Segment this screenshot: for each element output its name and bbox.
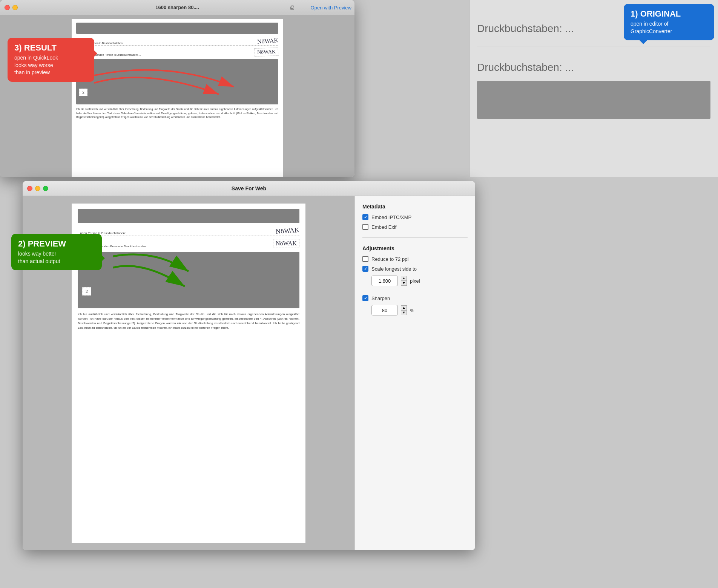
reduce-ppi-row: Reduce to 72 ppi bbox=[362, 256, 468, 262]
red-arrow-svg bbox=[91, 57, 249, 102]
embed-exif-label: Embed Exif bbox=[371, 224, 396, 230]
scale-unit-label: pixel bbox=[410, 278, 420, 284]
sfw-sig-area-1: ...nden Person in Druckbuchstaben: ... N… bbox=[78, 227, 299, 235]
reduce-ppi-checkbox[interactable] bbox=[362, 256, 368, 262]
scale-down-button[interactable]: ▼ bbox=[401, 281, 407, 286]
embed-exif-checkbox[interactable] bbox=[362, 224, 368, 230]
sharpen-stepper[interactable]: ▲ ▼ bbox=[401, 305, 407, 315]
sfw-dotted-1 bbox=[78, 236, 299, 236]
callout-result-body: open in QuickLooklooks way worsethan in … bbox=[14, 54, 87, 77]
scale-stepper[interactable]: ▲ ▼ bbox=[401, 276, 407, 286]
callout-preview-body: looks way betterthan actual output bbox=[18, 250, 95, 265]
sfw-header-bar bbox=[78, 209, 299, 223]
sfw-minimize-button[interactable] bbox=[35, 186, 40, 191]
sharpen-down-button[interactable]: ▼ bbox=[401, 310, 407, 315]
sharpen-checkbox[interactable] bbox=[362, 295, 368, 301]
sfw-num-2: 2 bbox=[82, 287, 91, 296]
sfw-fullscreen-button[interactable] bbox=[43, 186, 48, 191]
right-separator-1 bbox=[477, 46, 710, 46]
reduce-ppi-label: Reduce to 72 ppi bbox=[371, 256, 408, 262]
scale-value-row: 1.600 ▲ ▼ pixel bbox=[362, 276, 468, 286]
sharpen-value-input[interactable]: 80 bbox=[371, 305, 398, 315]
sfw-signature-2: NöWAK bbox=[273, 239, 299, 248]
doc-header-bar bbox=[76, 23, 278, 34]
signature-2: NöWAK bbox=[255, 47, 279, 57]
embed-iptc-label: Embed IPTC/XMP bbox=[371, 214, 411, 220]
scale-value-input[interactable]: 1.600 bbox=[371, 276, 398, 286]
callout-result: 3) RESULT open in QuickLooklooks way wor… bbox=[8, 38, 94, 82]
dotted-line-1 bbox=[76, 45, 278, 46]
spacer bbox=[362, 289, 468, 295]
sfw-sidebar: Metadata Embed IPTC/XMP Embed Exif Adjus… bbox=[354, 196, 475, 550]
scale-longest-row: Scale longest side to bbox=[362, 266, 468, 272]
scale-longest-checkbox[interactable] bbox=[362, 266, 368, 272]
callout-preview-title: 2) PREVIEW bbox=[18, 239, 95, 249]
embed-iptc-row: Embed IPTC/XMP bbox=[362, 214, 468, 220]
open-with-preview-button[interactable]: Open with Preview bbox=[311, 5, 351, 10]
sharpen-unit-label: % bbox=[410, 308, 414, 313]
embed-exif-row: Embed Exif bbox=[362, 224, 468, 230]
callout-original-body: open in editor ofGraphicConverter bbox=[631, 20, 707, 35]
sfw-gray-block: 1 2 bbox=[78, 252, 299, 308]
minimize-button[interactable] bbox=[12, 5, 18, 10]
callout-result-title: 3) RESULT bbox=[14, 43, 87, 53]
share-button[interactable]: ⎙ bbox=[290, 4, 294, 11]
adjustments-section-title: Adjustments bbox=[362, 245, 468, 251]
sidebar-separator bbox=[362, 237, 468, 238]
traffic-lights bbox=[5, 5, 18, 10]
callout-preview: 2) PREVIEW looks way betterthan actual o… bbox=[11, 234, 102, 270]
body-text-ql: Ich bin ausführlich und verständlich übe… bbox=[76, 107, 278, 119]
metadata-section-title: Metadata bbox=[362, 204, 468, 210]
close-button[interactable] bbox=[5, 5, 10, 10]
callout-original: 1) ORIGINAL open in editor ofGraphicConv… bbox=[624, 4, 714, 40]
sfw-signature-1: NöWAK bbox=[275, 226, 299, 236]
sfw-body-text: Ich bin ausführlich und verständlich übe… bbox=[78, 312, 299, 330]
sharpen-value-row: 80 ▲ ▼ % bbox=[362, 305, 468, 315]
sharpen-row: Sharpen bbox=[362, 295, 468, 301]
window-title: 1600 sharpen 80.... bbox=[155, 5, 199, 10]
callout-original-title: 1) ORIGINAL bbox=[631, 9, 707, 19]
sfw-titlebar: Save For Web bbox=[23, 181, 475, 196]
right-druckbuchstaben-2: Druckbuchstaben: ... bbox=[477, 61, 710, 74]
signature-area-2: Name der te...hmenden Person in Druckbuc… bbox=[76, 48, 278, 56]
sfw-window-title: Save For Web bbox=[232, 185, 266, 191]
signature-1: NöWAK bbox=[257, 37, 278, 45]
embed-iptc-checkbox[interactable] bbox=[362, 214, 368, 220]
quicklook-titlebar: 1600 sharpen 80.... ⎙ Open with Preview bbox=[0, 0, 354, 15]
sfw-sig-area-2: Name der te...hmenden Person in Druckbuc… bbox=[78, 239, 299, 248]
sharpen-label: Sharpen bbox=[371, 296, 390, 301]
right-gray-block bbox=[477, 81, 710, 119]
scale-up-button[interactable]: ▲ bbox=[401, 276, 407, 281]
sfw-traffic-lights bbox=[27, 186, 48, 191]
signature-area-top: ...hmenden Person in Druckbuchstaben: ..… bbox=[76, 38, 278, 44]
sfw-close-button[interactable] bbox=[27, 186, 32, 191]
num-box-2: 2 bbox=[79, 89, 87, 96]
scale-longest-label: Scale longest side to bbox=[371, 266, 417, 272]
sharpen-up-button[interactable]: ▲ bbox=[401, 305, 407, 310]
